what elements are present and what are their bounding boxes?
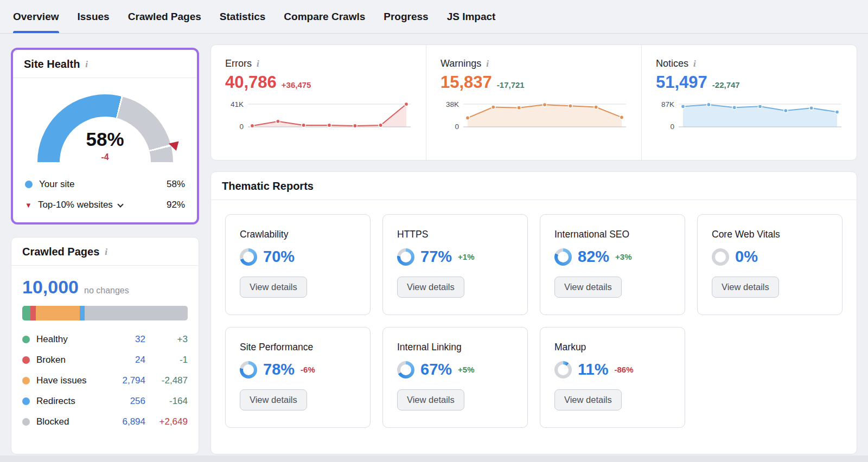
view-details-button[interactable]: View details — [240, 277, 307, 298]
sparkline-axis: 38K0 — [441, 99, 463, 131]
legend-dot-icon — [22, 336, 30, 343]
card-title: Site Performance — [240, 342, 356, 353]
site-health-score: 58% — [37, 129, 173, 150]
thematic-card-markup: Markup11%-86%View details — [540, 327, 685, 428]
crawled-row-blocked: Blocked6,894+2,649 — [22, 412, 188, 432]
ring-hole — [400, 252, 411, 262]
bar-segment — [22, 306, 30, 320]
crawled-pages-panel: Crawled Pages i 10,000 no changes Health… — [11, 237, 199, 454]
card-percent: 0% — [735, 248, 758, 266]
crawled-row-value[interactable]: 256 — [110, 396, 145, 407]
crawled-row-change: +3 — [145, 334, 188, 345]
crawled-row-redirects: Redirects256-164 — [22, 391, 188, 412]
view-details-button[interactable]: View details — [240, 389, 307, 410]
info-icon[interactable]: i — [486, 59, 489, 68]
card-score-row: 70% — [240, 248, 356, 266]
site-health-legend: Your site58%▼Top-10% websites92% — [13, 162, 197, 215]
card-title: HTTPS — [397, 229, 513, 240]
score-ring-icon — [554, 248, 572, 266]
triangle-down-icon: ▼ — [25, 201, 32, 209]
info-icon[interactable]: i — [257, 59, 259, 68]
crawled-row-change: +2,649 — [145, 416, 188, 427]
bar-segment — [80, 306, 85, 320]
stat-value[interactable]: 15,837 — [441, 73, 492, 92]
card-change: +5% — [458, 365, 474, 374]
site-audit-overview-page: OverviewIssuesCrawled PagesStatisticsCom… — [0, 0, 868, 462]
crawled-pages-header: Crawled Pages i — [11, 238, 199, 266]
tab-overview[interactable]: Overview — [13, 0, 59, 33]
view-details-button[interactable]: View details — [397, 389, 464, 410]
card-score-row: 11%-86% — [554, 361, 671, 378]
stat-value[interactable]: 51,497 — [656, 73, 707, 92]
legend-dot-icon — [22, 356, 30, 364]
crawled-row-value[interactable]: 32 — [110, 334, 145, 345]
card-title: International SEO — [554, 229, 671, 240]
score-ring-icon — [712, 248, 729, 266]
view-details-button[interactable]: View details — [397, 277, 464, 298]
crawled-row-value[interactable]: 24 — [110, 355, 145, 365]
stat-change: -17,721 — [497, 80, 525, 89]
crawled-row-healthy: Healthy32+3 — [22, 329, 188, 350]
crawled-stacked-bar — [22, 306, 188, 320]
crawled-total[interactable]: 10,000 — [22, 277, 79, 298]
site-health-panel: Site Health i 58% -4 Your site58%▼Top-10… — [11, 48, 199, 224]
card-score-row: 0% — [712, 248, 828, 266]
tab-compare-crawls[interactable]: Compare Crawls — [284, 0, 365, 33]
card-score-row: 82%+3% — [554, 248, 671, 266]
tab-issues[interactable]: Issues — [78, 0, 110, 33]
info-icon[interactable]: i — [693, 59, 696, 68]
legend-dot-icon — [25, 181, 33, 188]
card-score-row: 78%-6% — [240, 361, 356, 378]
ring-hole — [558, 364, 569, 375]
crawled-row-change: -164 — [145, 396, 188, 407]
card-score-row: 67%+5% — [397, 361, 513, 378]
card-title: Crawlability — [240, 229, 356, 240]
card-title: Internal Linking — [397, 342, 513, 353]
card-title: Core Web Vitals — [712, 229, 828, 240]
crawled-row-value[interactable]: 2,794 — [110, 375, 145, 386]
card-percent: 70% — [263, 248, 295, 266]
crawled-row-label: Redirects — [22, 396, 110, 407]
ring-hole — [400, 364, 411, 375]
thematic-card-crawlability: Crawlability70%View details — [225, 214, 371, 315]
stat-label: Errorsi — [225, 58, 412, 69]
stat-value-row: 15,837-17,721 — [441, 73, 627, 92]
stat-warnings: Warningsi15,837-17,72138K0 — [426, 45, 641, 160]
view-details-button[interactable]: View details — [712, 277, 779, 298]
stat-label: Noticesi — [656, 58, 843, 69]
thematic-reports-header: Thematic Reports — [211, 172, 857, 200]
stat-value-row: 40,786+36,475 — [225, 73, 412, 92]
tab-statistics[interactable]: Statistics — [220, 0, 265, 33]
thematic-card-international-seo: International SEO82%+3%View details — [540, 214, 685, 315]
info-icon[interactable]: i — [105, 247, 107, 256]
thematic-card-https: HTTPS77%+1%View details — [382, 214, 528, 315]
tab-crawled-pages[interactable]: Crawled Pages — [128, 0, 201, 33]
stat-change: +36,475 — [282, 80, 311, 89]
thematic-reports-panel: Thematic Reports Crawlability70%View det… — [210, 171, 857, 454]
view-details-button[interactable]: View details — [554, 389, 622, 410]
chevron-down-icon[interactable] — [117, 201, 123, 207]
score-ring-icon — [397, 248, 414, 266]
view-details-button[interactable]: View details — [554, 277, 622, 298]
crawled-row-label: Healthy — [22, 334, 110, 345]
stat-label-text: Warnings — [441, 58, 481, 69]
stat-label: Warningsi — [441, 58, 627, 69]
card-percent: 67% — [420, 361, 452, 378]
crawled-pages-title: Crawled Pages — [22, 246, 99, 258]
legend-label: Top-10% websites — [38, 200, 113, 210]
stat-change: -22,747 — [712, 80, 740, 89]
tab-js-impact[interactable]: JS Impact — [447, 0, 496, 33]
bar-segment — [30, 306, 36, 320]
stat-value[interactable]: 40,786 — [225, 73, 277, 92]
info-icon[interactable]: i — [85, 60, 88, 69]
sparkline-axis: 87K0 — [656, 99, 679, 131]
site-health-legend-row[interactable]: Your site58% — [25, 174, 185, 195]
ring-hole — [243, 364, 254, 375]
bottom-divider — [0, 455, 868, 462]
tab-progress[interactable]: Progress — [384, 0, 428, 33]
site-health-legend-row[interactable]: ▼Top-10% websites92% — [25, 195, 185, 215]
crawled-row-value[interactable]: 6,894 — [110, 416, 145, 427]
card-change: -86% — [614, 365, 633, 374]
stat-value-row: 51,497-22,747 — [656, 73, 843, 92]
stat-label-text: Errors — [225, 58, 252, 69]
